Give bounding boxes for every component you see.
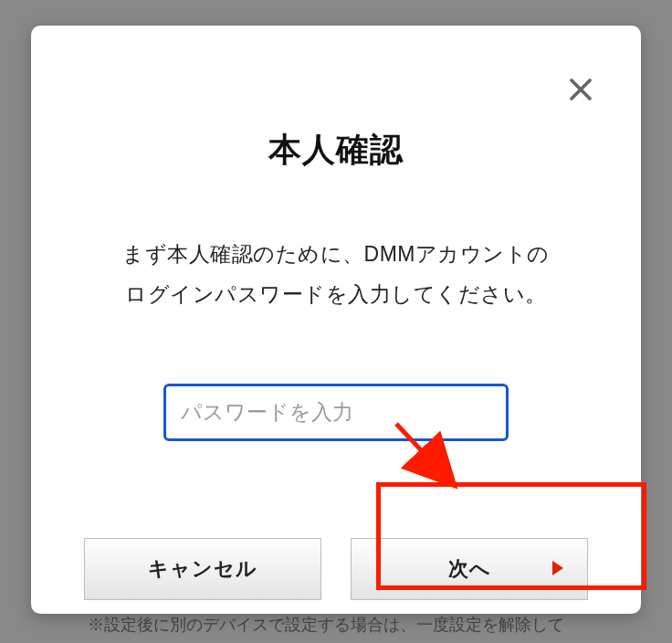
background-partial-text: ※設定後に別のデバイスで設定する場合は、一度設定を解除して	[88, 614, 564, 636]
password-input-wrap	[53, 384, 619, 441]
cancel-button[interactable]: キャンセル	[84, 538, 321, 600]
modal-title: 本人確認	[53, 128, 619, 173]
close-icon	[567, 76, 594, 103]
close-button[interactable]	[564, 73, 597, 106]
password-input[interactable]	[163, 384, 509, 441]
svg-marker-2	[552, 561, 563, 575]
cancel-button-label: キャンセル	[148, 555, 257, 583]
modal-description: まず本人確認のために、DMMアカウントの ログインパスワードを入力してください。	[53, 235, 619, 314]
next-button-label: 次へ	[448, 555, 491, 583]
description-line-1: まず本人確認のために、DMMアカウントの	[53, 235, 619, 275]
next-button[interactable]: 次へ	[351, 538, 588, 600]
triangle-right-icon	[552, 557, 565, 581]
description-line-2: ログインパスワードを入力してください。	[53, 275, 619, 315]
button-row: キャンセル 次へ	[53, 538, 619, 600]
identity-verification-modal: 本人確認 まず本人確認のために、DMMアカウントの ログインパスワードを入力して…	[31, 26, 641, 614]
